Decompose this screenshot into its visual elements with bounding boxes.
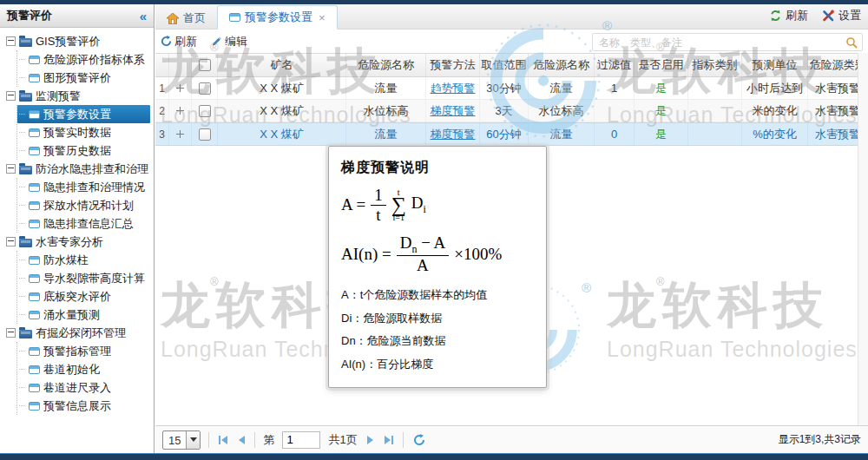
sidebar-group-closed-loop[interactable]: 有掘必探闭环管理: [6, 324, 154, 342]
sidebar-item-graphic-warning[interactable]: 图形预警评价: [17, 69, 154, 87]
row-checkbox[interactable]: [199, 128, 211, 141]
cell-indicator-category: [688, 100, 742, 122]
legend-line: Dn：危险源当前数据: [341, 330, 534, 353]
sidebar: 预警评价 « GIS预警评价 危险源评价指标体系 图形预警评价 监测预警 预警参…: [0, 4, 155, 453]
sidebar-item-hazard-index[interactable]: 危险源评价指标体系: [17, 50, 154, 69]
cell-hazard-source2: 流量: [529, 123, 595, 145]
col-header-enabled[interactable]: 是否启用: [635, 54, 688, 76]
window-icon: [29, 74, 40, 82]
tab-warning-params[interactable]: 预警参数设置 ×: [217, 5, 338, 30]
warning-method-link[interactable]: 梯度预警: [431, 103, 476, 119]
col-header-hazard-source2[interactable]: 危险源名称: [529, 54, 595, 76]
sidebar-item-danger-check[interactable]: 隐患排查和治理情况: [17, 178, 154, 196]
sidebar-item-label: 预警指标管理: [43, 344, 111, 359]
folder-icon: [19, 93, 32, 102]
tree-expander-icon[interactable]: [6, 237, 16, 246]
formula-gradient: AI(n) = Dn − A A ×100%: [341, 233, 534, 275]
cell-hazard-source: 流量: [346, 123, 426, 145]
col-header-filter-value[interactable]: 过滤值: [595, 54, 635, 76]
settings-button[interactable]: 设置: [822, 8, 861, 23]
search-icon[interactable]: [845, 36, 858, 49]
col-header-indicator-category[interactable]: 指标类别: [688, 54, 742, 76]
window-icon: [29, 274, 40, 283]
table-row-selected[interactable]: 3 X X 煤矿 流量 梯度预警 60分钟 流量 0 是 %的变化 水害预警: [155, 122, 868, 146]
tab-active-label: 预警参数设置: [245, 10, 312, 25]
sidebar-item-label: 底板突水评价: [43, 289, 111, 305]
col-header-forecast-unit[interactable]: 预测单位: [742, 54, 808, 76]
sidebar-item-drainage-plan[interactable]: 探放水情况和计划: [17, 196, 154, 214]
sidebar-item-inflow-forecast[interactable]: 涌水量预测: [17, 306, 154, 324]
col-header-warning-method[interactable]: 预警方法: [426, 54, 480, 76]
vertical-scrollbar[interactable]: [858, 52, 868, 426]
sidebar-item-label: 预警历史数据: [43, 143, 111, 159]
last-page-button[interactable]: [383, 436, 395, 444]
col-header-mine-name[interactable]: 矿名: [218, 54, 346, 76]
first-page-button[interactable]: [217, 436, 229, 444]
warning-method-link[interactable]: 趋势预警: [431, 81, 476, 96]
tree-expander-icon[interactable]: [6, 328, 16, 338]
tree-expander-icon[interactable]: [6, 164, 16, 174]
col-header-value-range[interactable]: 取值范围: [480, 54, 529, 76]
grid-header: 矿名 危险源名称 预警方法 取值范围 危险源名称 过滤值 是否启用 指标类别 预…: [155, 53, 868, 77]
sidebar-item-label: 防水煤柱: [43, 253, 89, 268]
sidebar-item-label: 隐患排查信息汇总: [43, 216, 134, 232]
window-icon: [29, 128, 40, 137]
cell-hazard-source2: 流量: [529, 77, 595, 99]
table-row[interactable]: 1 X X 煤矿 流量 趋势预警 30分钟 流量 1 是 小时后达到 水害预警: [155, 77, 868, 100]
sidebar-item-footage-entry[interactable]: 巷道进尺录入: [17, 378, 154, 397]
prev-page-button[interactable]: [237, 436, 247, 444]
sidebar-item-danger-summary[interactable]: 隐患排查信息汇总: [17, 214, 154, 233]
sidebar-item-history-data[interactable]: 预警历史数据: [17, 141, 154, 160]
sidebar-group-expert[interactable]: 水害专家分析: [6, 233, 154, 251]
tree-expander-icon[interactable]: [6, 91, 16, 101]
expand-plus-icon[interactable]: [175, 83, 185, 93]
sidebar-item-fracture-height[interactable]: 导水裂隙带高度计算: [17, 269, 154, 287]
row-checkbox[interactable]: [199, 82, 211, 95]
edit-label: 编辑: [225, 34, 247, 49]
sidebar-item-label: 巷道初始化: [43, 362, 100, 378]
page-size-select[interactable]: 15: [162, 430, 201, 450]
search-input[interactable]: [597, 36, 845, 49]
sidebar-item-waterproof-pillar[interactable]: 防水煤柱: [17, 251, 154, 269]
warning-method-link[interactable]: 梯度预警: [431, 127, 476, 142]
sidebar-item-warning-params[interactable]: 预警参数设置: [17, 105, 150, 123]
select-all-checkbox[interactable]: [199, 59, 211, 71]
pagination-bar: 15 第 共1页 显示1到3,共3记录: [155, 425, 868, 453]
sidebar-group-hidden-danger[interactable]: 防治水隐患排查和治理: [6, 160, 154, 178]
sidebar-group-gis[interactable]: GIS预警评价: [6, 32, 154, 50]
sidebar-item-roadway-init[interactable]: 巷道初始化: [17, 360, 154, 378]
sidebar-collapse-icon[interactable]: «: [140, 9, 147, 23]
expand-plus-icon[interactable]: [175, 106, 185, 115]
tree-expander-icon[interactable]: [6, 36, 16, 46]
sidebar-item-warning-display[interactable]: 预警信息展示: [17, 397, 154, 415]
sidebar-item-label: 预警信息展示: [43, 398, 111, 414]
row-number: 3: [155, 123, 169, 145]
row-checkbox[interactable]: [199, 105, 211, 117]
window-icon: [29, 56, 40, 64]
window-icon: [229, 13, 240, 22]
page-number-input[interactable]: [282, 431, 320, 449]
cell-value-range: 3天: [480, 100, 529, 122]
sidebar-item-floor-inrush[interactable]: 底板突水评价: [17, 287, 154, 306]
gradient-warning-popup: 梯度预警说明 A = 1t t∑i=1 Di AI(n) = Dn − A A …: [328, 146, 547, 388]
sidebar-group-label: 防治水隐患排查和治理: [36, 161, 148, 177]
expand-plus-icon[interactable]: [175, 129, 185, 139]
cell-enabled: 是: [655, 81, 667, 96]
reload-button[interactable]: [411, 434, 427, 446]
window-icon: [29, 292, 40, 301]
sidebar-item-indicator-mgmt[interactable]: 预警指标管理: [17, 342, 154, 360]
tab-home[interactable]: 首页: [155, 8, 217, 29]
refresh-button[interactable]: 刷新: [161, 34, 197, 49]
col-header-hazard-source[interactable]: 危险源名称: [346, 54, 426, 76]
cell-hazard-source: 水位标高: [346, 100, 426, 122]
global-refresh-button[interactable]: 刷新: [769, 8, 808, 23]
sidebar-group-monitor[interactable]: 监测预警: [6, 87, 154, 105]
next-page-button[interactable]: [365, 436, 375, 444]
window-icon: [29, 110, 40, 119]
sidebar-item-realtime-data[interactable]: 预警实时数据: [17, 123, 154, 141]
tab-close-icon[interactable]: ×: [319, 11, 326, 24]
edit-button[interactable]: 编辑: [211, 34, 247, 49]
cell-forecast-unit: 小时后达到: [742, 77, 808, 99]
table-row[interactable]: 2 X X 煤矿 水位标高 梯度预警 3天 水位标高 是 米的变化 水害预警: [155, 100, 868, 122]
sidebar-item-label: 导水裂隙带高度计算: [43, 271, 145, 286]
